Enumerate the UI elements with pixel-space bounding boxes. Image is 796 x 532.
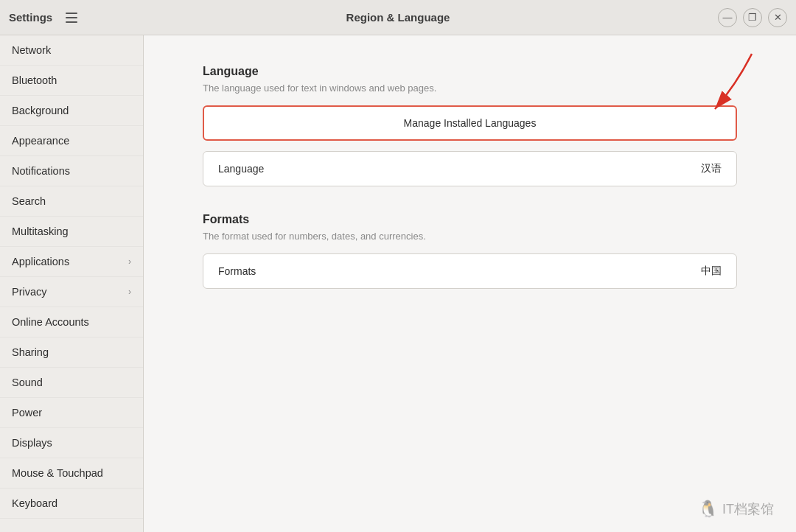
sidebar-item-privacy[interactable]: Privacy ›	[0, 277, 143, 307]
sidebar-item-label: Sound	[12, 377, 43, 388]
sidebar-item-label: Power	[12, 407, 42, 419]
manage-languages-button[interactable]: Manage Installed Languages	[203, 105, 737, 141]
main-panel: Language The language used for text in w…	[144, 35, 796, 532]
sidebar-item-label: Sharing	[12, 346, 49, 358]
chevron-right-icon: ›	[128, 287, 131, 297]
sidebar-item-search[interactable]: Search	[0, 186, 143, 217]
sidebar-item-keyboard[interactable]: Keyboard	[0, 489, 143, 519]
sidebar-item-power[interactable]: Power	[0, 398, 143, 428]
sidebar-item-label: Applications	[12, 256, 69, 267]
sidebar-item-label: Mouse & Touchpad	[12, 467, 103, 479]
formats-section: Formats The format used for numbers, dat…	[203, 213, 737, 289]
sidebar-item-background[interactable]: Background	[0, 96, 143, 126]
language-row[interactable]: Language 汉语	[203, 151, 737, 186]
language-section-desc: The language used for text in windows an…	[203, 83, 737, 94]
chevron-right-icon: ›	[128, 256, 131, 267]
sidebar-item-label: Displays	[12, 437, 52, 449]
sidebar-item-online-accounts[interactable]: Online Accounts	[0, 307, 143, 337]
language-section: Language The language used for text in w…	[203, 65, 737, 186]
sidebar-item-label: Background	[12, 105, 69, 116]
content-area: Network Bluetooth Background Appearance …	[0, 35, 796, 532]
language-row-label: Language	[218, 163, 264, 175]
manage-btn-container: Manage Installed Languages	[203, 105, 737, 151]
close-button[interactable]: ✕	[768, 8, 787, 27]
sidebar-item-bluetooth[interactable]: Bluetooth	[0, 66, 143, 96]
watermark-text: IT档案馆	[722, 500, 774, 518]
sidebar-item-sharing[interactable]: Sharing	[0, 337, 143, 368]
sidebar-item-sound[interactable]: Sound	[0, 368, 143, 398]
language-section-title: Language	[203, 65, 737, 78]
sidebar-item-notifications[interactable]: Notifications	[0, 156, 143, 186]
watermark: 🐧 IT档案馆	[698, 500, 774, 519]
sidebar-item-label: Privacy	[12, 286, 47, 298]
sidebar-item-label: Search	[12, 195, 46, 207]
formats-section-desc: The format used for numbers, dates, and …	[203, 231, 737, 242]
language-row-value: 汉语	[701, 162, 722, 175]
hamburger-button[interactable]	[60, 6, 83, 29]
formats-row-label: Formats	[218, 265, 256, 277]
restore-button[interactable]: ❐	[743, 8, 762, 27]
formats-section-title: Formats	[203, 213, 737, 226]
settings-window: Settings Region & Language — ❐ ✕ Network	[0, 0, 796, 532]
sidebar-item-label: Appearance	[12, 135, 69, 147]
titlebar-controls: — ❐ ✕	[640, 8, 787, 27]
formats-row[interactable]: Formats 中国	[203, 253, 737, 289]
formats-row-value: 中国	[701, 265, 722, 278]
titlebar: Settings Region & Language — ❐ ✕	[0, 0, 796, 35]
sidebar-item-network[interactable]: Network	[0, 35, 143, 66]
sidebar-item-appearance[interactable]: Appearance	[0, 126, 143, 156]
watermark-icon: 🐧	[698, 500, 718, 519]
sidebar-item-displays[interactable]: Displays	[0, 428, 143, 458]
sidebar-item-label: Notifications	[12, 165, 70, 177]
minimize-button[interactable]: —	[718, 8, 737, 27]
titlebar-left: Settings	[9, 6, 156, 29]
sidebar-item-applications[interactable]: Applications ›	[0, 247, 143, 277]
hamburger-icon	[66, 13, 77, 23]
sidebar-item-label: Multitasking	[12, 225, 69, 237]
settings-label: Settings	[9, 11, 52, 24]
sidebar-item-label: Online Accounts	[12, 316, 89, 328]
window-title: Region & Language	[156, 11, 640, 24]
sidebar-item-label: Network	[12, 44, 51, 56]
sidebar-item-label: Bluetooth	[12, 74, 57, 86]
sidebar-item-multitasking[interactable]: Multitasking	[0, 217, 143, 247]
sidebar-item-label: Keyboard	[12, 497, 57, 509]
sidebar-item-mouse-touchpad[interactable]: Mouse & Touchpad	[0, 458, 143, 489]
sidebar: Network Bluetooth Background Appearance …	[0, 35, 144, 532]
